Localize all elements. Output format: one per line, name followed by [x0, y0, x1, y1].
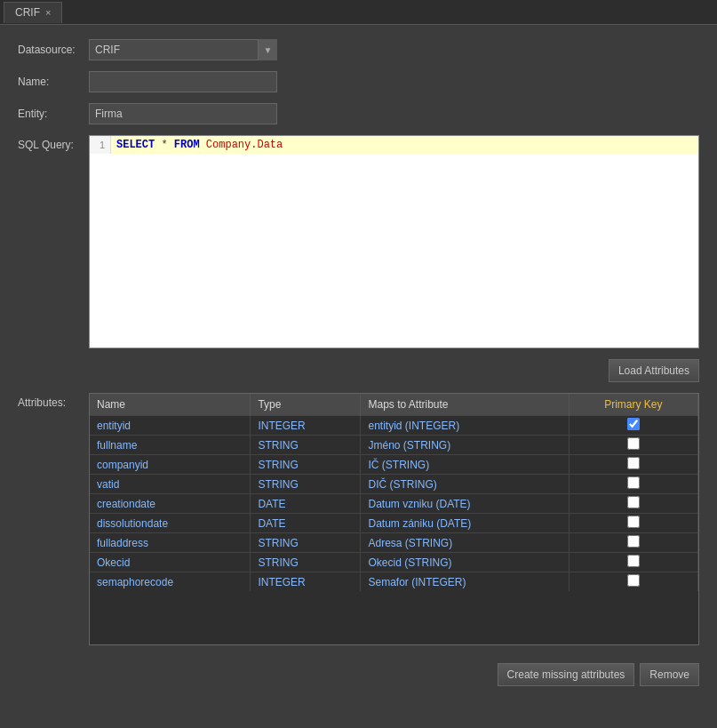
cell-maps-to: Okecid (STRING) — [361, 553, 569, 572]
cell-maps-to: Semafor (INTEGER) — [361, 572, 569, 592]
cell-maps-to: Datum vzniku (DATE) — [361, 494, 569, 514]
cell-type: STRING — [251, 475, 361, 494]
cell-primary-key — [569, 416, 697, 436]
sql-keyword-select: SELECT — [116, 139, 155, 151]
col-header-name: Name — [90, 394, 251, 416]
table-row: dissolutiondateDATEDatum zániku (DATE) — [90, 514, 698, 533]
cell-maps-to: Datum zániku (DATE) — [361, 514, 569, 533]
remove-button[interactable]: Remove — [640, 663, 699, 686]
cell-primary-key — [569, 553, 697, 572]
bottom-buttons: Create missing attributes Remove — [18, 656, 699, 686]
attributes-label: Attributes: — [18, 393, 89, 409]
name-input[interactable] — [89, 71, 277, 92]
cell-type: DATE — [251, 494, 361, 514]
load-attributes-button[interactable]: Load Attributes — [609, 359, 699, 382]
table-row: fulladdressSTRINGAdresa (STRING) — [90, 533, 698, 553]
name-label: Name: — [18, 76, 89, 88]
datasource-select-wrapper: CRIF ▼ — [89, 39, 277, 60]
cell-name: fullname — [90, 436, 251, 455]
cell-name: vatid — [90, 475, 251, 494]
cell-type: STRING — [251, 436, 361, 455]
cell-type: STRING — [251, 533, 361, 553]
attributes-table: Name Type Maps to Attribute Primary Key … — [90, 394, 698, 591]
col-header-primary-key: Primary Key — [569, 394, 697, 416]
cell-name: dissolutiondate — [90, 514, 251, 533]
main-content: Datasource: CRIF ▼ Name: Entity: SQL Que… — [0, 25, 717, 700]
col-header-maps-to: Maps to Attribute — [361, 394, 569, 416]
cell-maps-to: Adresa (STRING) — [361, 533, 569, 553]
load-attributes-row: Load Attributes — [18, 359, 699, 382]
primary-key-checkbox[interactable] — [627, 437, 640, 450]
cell-maps-to: Jméno (STRING) — [361, 436, 569, 455]
cell-type: DATE — [251, 514, 361, 533]
cell-maps-to: IČ (STRING) — [361, 455, 569, 475]
table-row: creationdateDATEDatum vzniku (DATE) — [90, 494, 698, 514]
primary-key-checkbox[interactable] — [627, 555, 640, 567]
cell-name: fulladdress — [90, 533, 251, 553]
entity-input[interactable] — [89, 103, 277, 124]
table-row: entityidINTEGERentityid (INTEGER) — [90, 416, 698, 436]
col-header-type: Type — [251, 394, 361, 416]
sql-line-content: SELECT * FROM Company.Data — [111, 137, 288, 153]
cell-name: semaphorecode — [90, 572, 251, 592]
sql-empty-area — [90, 154, 698, 348]
cell-name: creationdate — [90, 494, 251, 514]
datasource-label: Datasource: — [18, 44, 89, 56]
cell-maps-to: entityid (INTEGER) — [361, 416, 569, 436]
cell-maps-to: DIČ (STRING) — [361, 475, 569, 494]
sql-asterisk: * — [161, 139, 173, 151]
cell-primary-key — [569, 436, 697, 455]
primary-key-checkbox[interactable] — [627, 574, 640, 587]
table-row: fullnameSTRINGJméno (STRING) — [90, 436, 698, 455]
table-header-row: Name Type Maps to Attribute Primary Key — [90, 394, 698, 416]
table-row: companyidSTRINGIČ (STRING) — [90, 455, 698, 475]
cell-type: STRING — [251, 553, 361, 572]
attributes-table-wrapper: Name Type Maps to Attribute Primary Key … — [89, 393, 699, 645]
sql-keyword-from: FROM — [174, 139, 200, 151]
table-empty-area — [90, 591, 698, 644]
cell-primary-key — [569, 455, 697, 475]
primary-key-checkbox[interactable] — [627, 418, 640, 430]
cell-primary-key — [569, 475, 697, 494]
tab-label: CRIF — [15, 6, 40, 19]
table-row: semaphorecodeINTEGERSemafor (INTEGER) — [90, 572, 698, 592]
attributes-row: Attributes: Name Type Maps to Attribute … — [18, 393, 699, 645]
datasource-select[interactable]: CRIF — [89, 39, 277, 60]
sql-label: SQL Query: — [18, 135, 89, 151]
create-missing-attributes-button[interactable]: Create missing attributes — [498, 663, 635, 686]
tab-close-icon[interactable]: × — [45, 8, 51, 18]
sql-line-number: 1 — [90, 136, 111, 154]
primary-key-checkbox[interactable] — [627, 535, 640, 548]
sql-table: Company.Data — [206, 139, 283, 151]
cell-type: INTEGER — [251, 572, 361, 592]
sql-query-row: SQL Query: 1 SELECT * FROM Company.Data — [18, 135, 699, 348]
cell-type: STRING — [251, 455, 361, 475]
primary-key-checkbox[interactable] — [627, 476, 640, 489]
cell-name: entityid — [90, 416, 251, 436]
cell-primary-key — [569, 514, 697, 533]
cell-primary-key — [569, 533, 697, 553]
datasource-row: Datasource: CRIF ▼ — [18, 39, 699, 60]
table-row: vatidSTRINGDIČ (STRING) — [90, 475, 698, 494]
cell-name: Okecid — [90, 553, 251, 572]
name-row: Name: — [18, 71, 699, 92]
cell-name: companyid — [90, 455, 251, 475]
cell-primary-key — [569, 572, 697, 592]
table-row: OkecidSTRINGOkecid (STRING) — [90, 553, 698, 572]
tab-bar: CRIF × — [0, 0, 717, 25]
primary-key-checkbox[interactable] — [627, 496, 640, 508]
primary-key-checkbox[interactable] — [627, 457, 640, 469]
sql-editor[interactable]: 1 SELECT * FROM Company.Data — [89, 135, 699, 348]
entity-row: Entity: — [18, 103, 699, 124]
cell-type: INTEGER — [251, 416, 361, 436]
cell-primary-key — [569, 494, 697, 514]
sql-line-1: 1 SELECT * FROM Company.Data — [90, 136, 698, 154]
tab-crif[interactable]: CRIF × — [4, 2, 62, 23]
entity-label: Entity: — [18, 108, 89, 120]
primary-key-checkbox[interactable] — [627, 516, 640, 528]
